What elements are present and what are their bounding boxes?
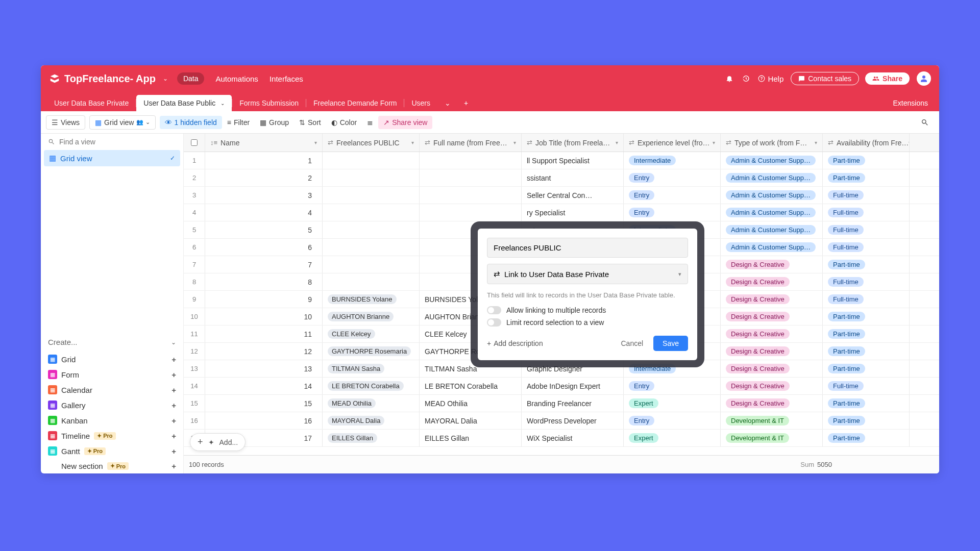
views-button[interactable]: ☰ Views: [46, 115, 85, 130]
share-view-button[interactable]: ↗ Share view: [378, 116, 432, 129]
sidebar-new-section[interactable]: New section ✦ Pro +: [41, 459, 183, 473]
chevron-down-icon: ⌄: [171, 339, 176, 346]
view-type-icon: ▦: [48, 370, 57, 379]
nav-interfaces[interactable]: Interfaces: [270, 74, 303, 83]
table-row[interactable]: 11ll Support SpecialistIntermediateAdmin…: [184, 152, 939, 169]
field-type-select[interactable]: ⇄ Link to User Data Base Private ▾: [487, 264, 688, 284]
table-tab[interactable]: Forms Submission: [232, 95, 306, 111]
tab-more-chevron-icon[interactable]: ⌄: [437, 95, 458, 111]
hidden-fields-button[interactable]: 👁 1 hidden field: [160, 116, 222, 129]
filter-button[interactable]: ≡ Filter: [222, 116, 255, 129]
view-type-icon: ▦: [48, 446, 57, 456]
top-bar: TopFreelance- App ⌄ Data Automations Int…: [41, 65, 939, 92]
add-description-button[interactable]: + Add description: [487, 339, 543, 347]
sort-button[interactable]: ⇅ Sort: [294, 116, 326, 129]
sidebar-view-grid[interactable]: ▦Grid view✓: [44, 150, 180, 166]
table-row[interactable]: 22ssistantEntryAdmin & Customer Supp…Par…: [184, 169, 939, 187]
save-button[interactable]: Save: [653, 336, 688, 351]
svg-text:?: ?: [761, 77, 763, 81]
search-icon[interactable]: [916, 116, 934, 129]
toggle-switch[interactable]: [487, 306, 501, 314]
table-tab[interactable]: Users: [404, 95, 437, 111]
table-row[interactable]: 44ry SpecialistEntryAdmin & Customer Sup…: [184, 204, 939, 221]
link-icon: ⇄: [494, 269, 500, 279]
sidebar-create-timeline[interactable]: ▦Timeline✦ Pro+: [41, 428, 183, 443]
gridview-selector[interactable]: ▦ Grid view 👥 ⌄: [89, 115, 155, 130]
sidebar-create-gantt[interactable]: ▦Gantt✦ Pro+: [41, 443, 183, 459]
notifications-icon[interactable]: [725, 74, 733, 83]
toggle-multiple-records[interactable]: Allow linking to multiple records: [487, 304, 688, 316]
field-name-input[interactable]: [487, 238, 688, 258]
select-all-checkbox[interactable]: [184, 134, 205, 152]
col-availability[interactable]: ⇄Availability (from Fre…▾: [823, 134, 910, 152]
view-type-icon: ▦: [48, 385, 57, 394]
data-grid: ↕≡Name▾ ⇄Freelances PUBLIC▾ ⇄Full name (…: [184, 134, 939, 473]
row-height-button[interactable]: ≣: [362, 116, 378, 129]
find-view-search[interactable]: [41, 134, 183, 150]
group-button[interactable]: ▦ Group: [255, 116, 294, 129]
pro-badge: ✦ Pro: [84, 447, 106, 455]
col-name[interactable]: ↕≡Name▾: [205, 134, 323, 152]
find-view-input[interactable]: [59, 138, 176, 146]
sidebar-create-form[interactable]: ▦Form+: [41, 367, 183, 382]
history-icon[interactable]: [742, 74, 750, 83]
app-logo-icon: [49, 73, 60, 84]
views-sidebar: ▦Grid view✓ Create...⌄ ▦Grid+▦Form+▦Cale…: [41, 134, 184, 473]
chevron-down-icon: ▾: [678, 271, 681, 278]
nav-data[interactable]: Data: [177, 72, 205, 85]
color-button[interactable]: ◐ Color: [326, 116, 362, 129]
sidebar-create-grid[interactable]: ▦Grid+: [41, 352, 183, 367]
table-row[interactable]: 1414LE BRETON CorabellaLE BRETON Corabel…: [184, 378, 939, 395]
table-tab[interactable]: Freelance Demande Form: [306, 95, 404, 111]
app-menu-chevron-icon[interactable]: ⌄: [159, 75, 172, 82]
cancel-button[interactable]: Cancel: [616, 336, 648, 350]
col-experience[interactable]: ⇄Experience level (fro…▾: [624, 134, 721, 152]
col-job-title[interactable]: ⇄Job Title (from Freela…▾: [522, 134, 624, 152]
table-row[interactable]: 1313TILTMAN SashaTILTMAN SashaGraphic De…: [184, 360, 939, 378]
toggle-switch[interactable]: [487, 318, 501, 327]
nav-automations[interactable]: Automations: [215, 74, 258, 83]
add-table-button[interactable]: +: [458, 95, 474, 111]
sidebar-create-kanban[interactable]: ▦Kanban+: [41, 413, 183, 428]
table-row[interactable]: 33Seller Central Con…EntryAdmin & Custom…: [184, 187, 939, 204]
share-button[interactable]: Share: [865, 72, 910, 85]
field-config-modal: ⇄ Link to User Data Base Private ▾ This …: [478, 229, 697, 360]
contact-sales-button[interactable]: Contact sales: [791, 72, 859, 85]
col-type[interactable]: ⇄Type of work (from F…▾: [721, 134, 823, 152]
table-tabs: User Data Base PrivateUser Data Base Pub…: [41, 92, 939, 111]
table-row[interactable]: 1616MAYORAL DaliaMAYORAL DaliaWordPress …: [184, 412, 939, 430]
table-tab[interactable]: User Data Base Private: [47, 95, 136, 111]
sidebar-create-header[interactable]: Create...⌄: [41, 333, 183, 352]
grid-footer: 100 records Sum5050: [184, 455, 939, 473]
grid-header: ↕≡Name▾ ⇄Freelances PUBLIC▾ ⇄Full name (…: [184, 134, 939, 152]
col-freelances-public[interactable]: ⇄Freelances PUBLIC▾: [323, 134, 420, 152]
sidebar-create-gallery[interactable]: ▦Gallery+: [41, 397, 183, 413]
view-type-icon: ▦: [48, 355, 57, 364]
table-row[interactable]: 1515MEAD OthiliaMEAD OthiliaBranding Fre…: [184, 395, 939, 412]
add-record-button[interactable]: +✦Add...: [190, 433, 246, 451]
view-type-icon: ▦: [48, 400, 57, 410]
pro-badge: ✦ Pro: [107, 462, 129, 470]
app-window: TopFreelance- App ⌄ Data Automations Int…: [41, 65, 939, 473]
record-count: 100 records: [189, 461, 224, 468]
col-full-name[interactable]: ⇄Full name (from Free…▾: [420, 134, 522, 152]
field-help-text: This field will link to records in the U…: [487, 291, 688, 299]
view-type-icon: ▦: [48, 416, 57, 425]
pro-badge: ✦ Pro: [94, 432, 115, 440]
check-icon: ✓: [170, 155, 175, 162]
main-area: ▦Grid view✓ Create...⌄ ▦Grid+▦Form+▦Cale…: [41, 134, 939, 473]
table-tab[interactable]: User Data Base Public⌄: [136, 95, 232, 111]
view-type-icon: ▦: [48, 431, 57, 440]
help-button[interactable]: ?Help: [758, 74, 783, 83]
app-title: TopFreelance- App: [64, 73, 156, 85]
sidebar-create-calendar[interactable]: ▦Calendar+: [41, 382, 183, 397]
view-toolbar: ☰ Views ▦ Grid view 👥 ⌄ 👁 1 hidden field…: [41, 111, 939, 134]
extensions-button[interactable]: Extensions: [888, 95, 933, 111]
table-row[interactable]: 1717EILLES GillanEILLES GillanWiX Specia…: [184, 430, 939, 447]
user-avatar[interactable]: [917, 71, 931, 86]
toggle-limit-view[interactable]: Limit record selection to a view: [487, 316, 688, 329]
